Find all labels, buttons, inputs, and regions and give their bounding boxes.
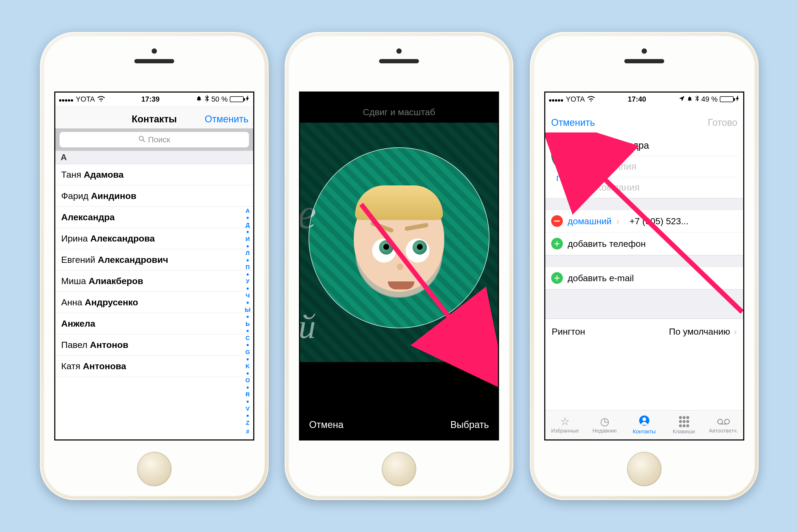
battery-icon [230,96,244,102]
add-phone-row[interactable]: добавить телефон [545,232,743,255]
status-bar: YOTA 17:39 50 % [55,93,253,106]
home-button[interactable] [137,452,172,486]
list-item[interactable]: Евгений Александрович [55,249,253,270]
cancel-button[interactable]: Отменить [205,114,249,125]
decorative-text: e [299,189,316,238]
earpiece [624,59,664,63]
phone-crop: Сдвиг и масштаб e й Отмена [285,32,513,500]
tab-favorites[interactable]: ☆ Избранные [545,411,585,439]
camera-dot [152,49,157,54]
tab-voicemail[interactable]: Автоответч. [704,411,743,439]
section-header: А [55,151,253,164]
list-item[interactable]: Катя Антонова [55,356,253,377]
screen-crop: Сдвиг и масштаб e й Отмена [299,92,499,440]
status-bar: YOTA 17:40 49 % [545,93,743,106]
camera-dot [396,49,402,54]
person-icon [639,415,650,428]
signal-icon [549,95,564,103]
list-item[interactable]: Александра [55,207,253,228]
charging-icon [736,95,740,103]
nav-bar: Отменить Готово [545,106,743,132]
list-item[interactable]: Таня Адамова [55,164,253,185]
svg-point-6 [718,419,722,424]
cancel-button[interactable]: Отмена [309,419,343,431]
svg-point-7 [725,419,729,424]
contact-list[interactable]: Таня Адамова Фарид Аиндинов Александра И… [55,164,253,377]
screen-edit: YOTA 17:40 49 % Отменить Готово [544,92,744,440]
crop-canvas[interactable]: e й [300,128,498,357]
decorative-text: й [299,306,316,346]
home-button[interactable] [382,452,416,486]
list-item[interactable]: Ирина Александрова [55,228,253,249]
tab-bar: ☆ Избранные ◷ Недавние Контакты ●●●●●●●●… [545,410,743,439]
add-icon[interactable] [551,272,563,284]
bluetooth-icon [204,95,209,104]
remove-icon[interactable] [551,215,563,227]
search-icon [138,135,145,144]
carrier-label: YOTA [76,95,95,103]
clock-icon: ◷ [600,416,609,427]
alarm-icon [196,95,202,103]
tab-recents[interactable]: ◷ Недавние [585,411,625,439]
phone-edit-contact: YOTA 17:40 49 % Отменить Готово [530,32,759,500]
alarm-icon [687,95,693,103]
phone-type[interactable]: домашний [568,216,611,226]
home-button[interactable] [627,452,662,486]
clock-label: 17:40 [628,95,646,103]
alpha-index[interactable]: А Д И Л П У Ч Ы Ь C G K O R V Z # [244,206,252,436]
list-item[interactable]: Анжела [55,313,253,334]
ringtone-label: Рингтон [552,326,585,337]
clock-label: 17:39 [141,95,159,103]
add-phone-label: добавить телефон [568,239,646,249]
chevron-right-icon: › [734,326,737,337]
crop-toolbar: Отмена Выбрать [300,410,498,439]
chevron-right-icon: › [616,216,619,226]
company-field[interactable] [595,177,737,198]
nav-title: Контакты [132,114,177,125]
list-item[interactable]: Анна Андрусенко [55,292,253,313]
battery-icon [720,96,734,102]
tab-contacts[interactable]: Контакты [625,411,664,439]
list-item[interactable]: Павел Антонов [55,334,253,356]
voicemail-icon [717,416,730,427]
ringtone-row[interactable]: Рингтон По умолчанию › [545,319,743,344]
camera-dot [642,49,647,54]
last-name-field[interactable] [595,156,737,177]
add-email-label: добавить e-mail [568,273,634,283]
phone-value[interactable]: +7 (905) 523... [624,216,737,226]
keypad-icon: ●●●●●●●●● [678,415,689,428]
avatar[interactable] [551,135,588,172]
tab-keypad[interactable]: ●●●●●●●●● Клавиши [664,411,704,439]
earpiece [134,59,174,63]
star-icon: ☆ [560,416,570,427]
done-button[interactable]: Готово [708,117,737,128]
wifi-icon [587,95,595,104]
location-icon [679,95,685,103]
earpiece [379,59,419,63]
bluetooth-icon [695,95,699,103]
screen-contacts: YOTA 17:39 50 % [54,92,254,440]
svg-point-5 [642,417,646,421]
battery-pct-label: 49 % [701,95,718,103]
search-placeholder: Поиск [148,135,170,144]
face-illustration [343,178,455,316]
list-item[interactable]: Фарид Аиндинов [55,185,253,207]
first-name-field[interactable] [595,135,737,156]
phone-contacts: YOTA 17:39 50 % [40,32,269,500]
signal-icon [59,95,74,103]
nav-bar: Контакты Отменить [55,106,253,129]
search-wrap: Поиск [55,129,253,151]
add-icon[interactable] [551,238,563,249]
svg-line-1 [143,140,145,142]
carrier-label: YOTA [566,95,585,103]
choose-button[interactable]: Выбрать [450,419,489,431]
cancel-button[interactable]: Отменить [551,117,595,128]
edit-photo-button[interactable]: Правка [551,174,588,183]
edit-form: Правка домашний › +7 (905) 523... [545,132,743,439]
add-email-row[interactable]: добавить e-mail [545,267,743,289]
charging-icon [246,95,249,103]
list-item[interactable]: Миша Алиакберов [55,270,253,292]
search-input[interactable]: Поиск [60,132,249,147]
phone-row[interactable]: домашний › +7 (905) 523... [545,210,743,232]
battery-pct-label: 50 % [211,95,228,103]
